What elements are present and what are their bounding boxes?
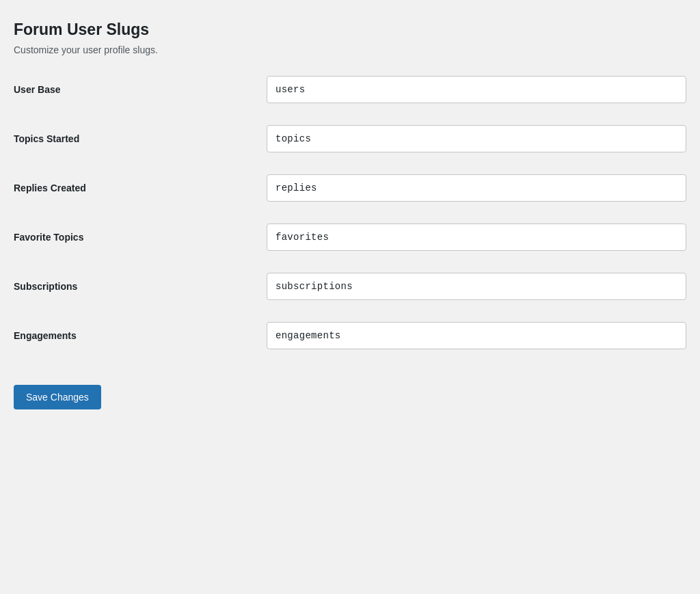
label-engagements: Engagements: [14, 330, 267, 341]
label-replies-created: Replies Created: [14, 183, 267, 193]
input-user-base[interactable]: [267, 76, 686, 103]
input-topics-started[interactable]: [267, 125, 686, 152]
form-row-favorite-topics: Favorite Topics: [14, 224, 686, 254]
input-favorite-topics[interactable]: [267, 224, 686, 251]
form-row-topics-started: Topics Started: [14, 125, 686, 155]
input-replies-created[interactable]: [267, 174, 686, 202]
input-subscriptions[interactable]: [267, 273, 686, 300]
form-row-replies-created: Replies Created: [14, 174, 686, 204]
label-topics-started: Topics Started: [14, 133, 267, 144]
save-changes-button[interactable]: Save Changes: [14, 385, 101, 409]
label-favorite-topics: Favorite Topics: [14, 232, 267, 243]
label-subscriptions: Subscriptions: [14, 281, 267, 292]
page-description: Customize your user profile slugs.: [14, 44, 686, 55]
form-row-engagements: Engagements: [14, 322, 686, 352]
input-engagements[interactable]: [267, 322, 686, 349]
page-container: Forum User Slugs Customize your user pro…: [14, 21, 686, 409]
label-user-base: User Base: [14, 84, 267, 95]
form-row-subscriptions: Subscriptions: [14, 273, 686, 303]
page-title: Forum User Slugs: [14, 21, 686, 39]
form-row-user-base: User Base: [14, 76, 686, 106]
form-container: User BaseTopics StartedReplies CreatedFa…: [14, 76, 686, 352]
